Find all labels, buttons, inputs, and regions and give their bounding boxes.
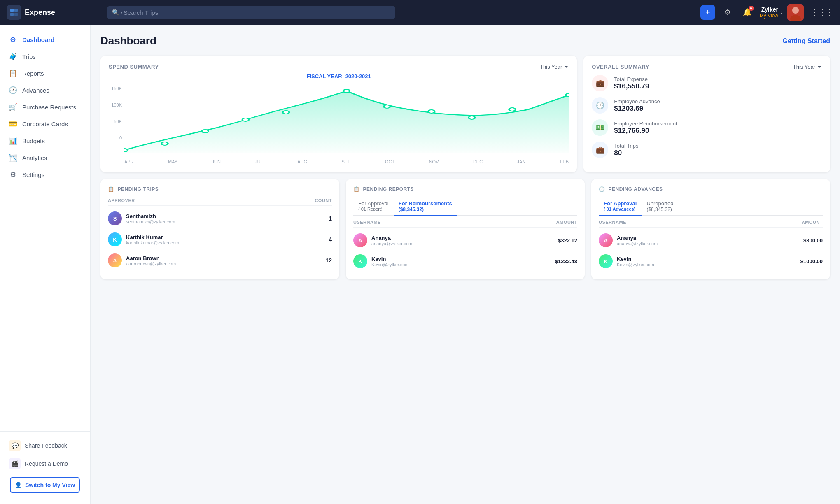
pending-advances-col1: USERNAME [599,220,626,225]
grid-icon[interactable]: ⋮⋮⋮ [811,8,833,17]
tab-advances-unreported[interactable]: Unreported ($8,345.32) [642,198,678,216]
getting-started-link[interactable]: Getting Started [782,37,830,45]
x-label-dec: DEC [473,159,483,164]
user-chevron-icon: › [781,9,782,15]
employee-advance-label: Employee Advance [614,98,660,105]
tab-for-approval-sub: ( 01 Report) [358,207,389,211]
sidebar-item-purchase-requests[interactable]: 🛒 Purchase Requests [0,99,90,116]
add-button[interactable]: + [700,5,715,20]
x-label-jul: JUL [255,159,263,164]
row-name: Senthamizh [126,213,329,219]
reports-icon: 📋 [8,69,17,78]
sidebar-item-budgets[interactable]: 📊 Budgets [0,132,90,149]
sidebar-label-budgets: Budgets [22,137,45,144]
row-count: 4 [329,236,332,243]
table-row: A Ananya ananya@zylker.com $322.12 [353,230,577,251]
tab-reimbursements-label: For Reimbursements [399,200,452,207]
svg-point-5 [792,7,799,14]
employee-reimbursement-value: $12,766.90 [614,127,677,135]
svg-point-9 [202,130,208,133]
pending-reports-table-header: USERNAME AMOUNT [353,220,577,228]
settings-icon[interactable]: ⚙ [720,5,735,20]
switch-label: Switch to My View [25,482,75,488]
tab-for-approval-label: For Approval [358,200,389,207]
settings-icon: ⚙ [8,170,17,179]
request-demo-icon: 🎬 [9,458,21,469]
sidebar: ⊙ Dashboard 🧳 Trips 📋 Reports 🕐 Advances… [0,25,91,504]
table-row: K Kevin Kevin@zylker.com $1232.48 [353,251,577,272]
employee-advance-text: Employee Advance $1203.69 [614,98,660,113]
x-label-jan: JAN [517,159,526,164]
spend-summary-header: SPEND SUMMARY This Year [109,64,569,70]
total-expense-icon: 💼 [592,75,608,91]
tab-unreported-amount: ($8,345.32) [646,207,673,212]
pending-advances-tabs: For Approval ( 01 Advances) Unreported (… [599,198,823,216]
employee-advance-icon: 🕐 [592,97,608,114]
employee-reimbursement-label: Employee Reimbursement [614,121,677,127]
sidebar-item-settings[interactable]: ⚙ Settings [0,166,90,183]
pending-trips-card: 📋 PENDING TRIPS APPROVER COUNT S Sentham… [100,179,339,279]
sidebar-label-trips: Trips [22,53,36,60]
search-bar: 🔍 ▾ [107,6,395,19]
x-axis-labels: APR MAY JUN JUL AUG SEP OCT NOV DEC JAN … [124,158,569,164]
search-dropdown-icon[interactable]: ▾ [120,10,123,15]
row-info: Ananya ananya@zylker.com [617,235,803,246]
spend-summary-card: SPEND SUMMARY This Year FISCAL YEAR: 202… [100,56,577,172]
tab-advances-for-approval[interactable]: For Approval ( 01 Advances) [599,198,642,216]
overall-summary-card: OVERALL SUMMARY This Year 💼 Total Expens… [583,56,830,172]
advances-icon: 🕐 [8,86,17,95]
tab-advances-for-approval-label: For Approval [604,200,637,207]
sidebar-item-corporate-cards[interactable]: 💳 Corporate Cards [0,116,90,132]
employee-advance-value: $1203.69 [614,105,660,113]
user-nav[interactable]: Zylker My View › [760,6,782,19]
chart-area: APR MAY JUN JUL AUG SEP OCT NOV DEC JAN … [124,83,569,164]
row-amount: $300.00 [803,237,823,244]
main-header: Dashboard Getting Started [100,35,830,47]
row-email: ananya@zylker.com [371,241,558,246]
x-label-apr: APR [124,159,134,164]
sidebar-item-trips[interactable]: 🧳 Trips [0,48,90,65]
share-feedback-label: Share Feedback [25,442,67,449]
notifications-button[interactable]: 🔔 6 [740,5,755,20]
switch-to-my-view-button[interactable]: 👤 Switch to My View [10,477,80,493]
table-row: K Karthik Kumar karthik.kumar@zylker.com… [108,229,332,250]
spend-filter-dropdown[interactable]: This Year [540,64,569,70]
sidebar-item-advances[interactable]: 🕐 Advances [0,82,90,99]
user-name: Zylker [761,6,778,13]
share-feedback-button[interactable]: 💬 Share Feedback [5,437,85,455]
tab-for-approval[interactable]: For Approval ( 01 Report) [353,198,394,216]
table-row: A Aaron Brown aaronbrown@zylker.com 12 [108,250,332,271]
y-label-0: 0 [109,135,124,152]
tab-for-reimbursements[interactable]: For Reimbursements ($8,345.32) [394,198,457,216]
summary-employee-reimbursement: 💵 Employee Reimbursement $12,766.90 [592,119,822,136]
cards-icon: 💳 [8,120,17,128]
table-row: K Kevin Kevin@zylker.com $1000.00 [599,251,823,272]
sidebar-item-analytics[interactable]: 📉 Analytics [0,149,90,166]
summary-total-trips: 💼 Total Trips 80 [592,142,822,158]
brand-icon [7,5,21,20]
top-navigation: Expense 🔍 ▾ + ⚙ 🔔 6 Zylker My View › ⋮⋮⋮ [0,0,840,25]
pending-trips-label: PENDING TRIPS [118,186,159,192]
svg-point-8 [161,142,168,145]
table-row: A Ananya ananya@zylker.com $300.00 [599,230,823,251]
pending-advances-title: 🕐 PENDING ADVANCES [599,186,823,192]
sidebar-item-dashboard[interactable]: ⊙ Dashboard [0,31,90,48]
request-demo-button[interactable]: 🎬 Request a Demo [5,455,85,473]
sidebar-bottom: 💬 Share Feedback 🎬 Request a Demo 👤 Swit… [0,431,90,497]
overall-filter-dropdown[interactable]: This Year [793,64,822,70]
row-email: ananya@zylker.com [617,241,803,246]
row-count: 1 [329,215,332,222]
avatar[interactable] [787,4,804,21]
employee-reimbursement-icon: 💵 [592,119,608,136]
top-cards-row: SPEND SUMMARY This Year FISCAL YEAR: 202… [100,56,830,172]
pending-advances-label: PENDING ADVANCES [609,186,663,192]
row-name: Ananya [371,235,558,241]
pending-reports-col1: USERNAME [353,220,381,225]
search-input[interactable] [107,6,395,19]
row-email: Kevin@zylker.com [617,262,800,267]
topnav-actions: + ⚙ 🔔 6 Zylker My View › ⋮⋮⋮ [700,4,833,21]
sidebar-item-reports[interactable]: 📋 Reports [0,65,90,82]
sidebar-label-advances: Advances [22,87,49,94]
row-email: senthamizh@zylker.com [126,219,329,224]
row-info: Ananya ananya@zylker.com [371,235,558,246]
